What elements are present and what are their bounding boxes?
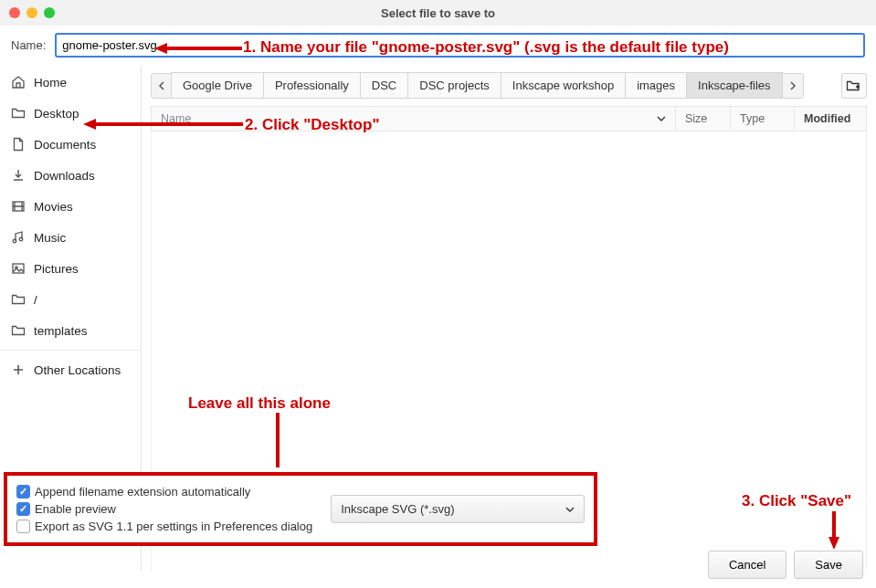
column-headers: Name Size Type Modified (151, 106, 867, 131)
sidebar-item-label: Documents (34, 138, 96, 152)
breadcrumbs: Google Drive Professionally DSC DSC proj… (172, 72, 783, 99)
breadcrumb[interactable]: images (625, 72, 687, 99)
sidebar-item-label: Downloads (34, 169, 95, 183)
new-folder-icon (846, 79, 862, 93)
option-row: Enable preview (16, 502, 312, 516)
option-label: Export as SVG 1.1 per settings in Prefer… (35, 520, 312, 533)
svg-rect-3 (13, 264, 24, 273)
breadcrumb[interactable]: Professionally (263, 72, 361, 99)
folder-icon (11, 106, 26, 121)
dropdown-value: Inkscape SVG (*.svg) (341, 502, 454, 516)
column-label: Name (161, 112, 191, 125)
sidebar-item-home[interactable]: Home (0, 67, 141, 98)
sidebar-item-label: Other Locations (34, 363, 121, 377)
chevron-down-icon (565, 507, 575, 512)
option-label: Enable preview (35, 502, 116, 516)
sidebar-item-pictures[interactable]: Pictures (0, 253, 141, 284)
divider (0, 350, 141, 351)
plus-icon (11, 362, 26, 377)
sidebar-item-movies[interactable]: Movies (0, 191, 141, 222)
sidebar-item-label: Home (34, 76, 67, 89)
breadcrumb[interactable]: DSC (360, 72, 408, 99)
sidebar-item-label: Desktop (34, 107, 79, 121)
svg-point-1 (13, 239, 16, 243)
breadcrumb[interactable]: Google Drive (171, 72, 264, 99)
option-row: Append filename extension automatically (16, 485, 312, 499)
chevron-right-icon (789, 81, 797, 90)
enable-preview-checkbox[interactable] (16, 502, 30, 516)
sidebar-item-other-locations[interactable]: Other Locations (0, 354, 141, 385)
sidebar-item-documents[interactable]: Documents (0, 129, 141, 160)
sidebar-item-label: Movies (34, 200, 73, 214)
sidebar-item-templates[interactable]: templates (0, 315, 141, 346)
sort-down-icon (657, 116, 666, 121)
breadcrumb[interactable]: Inkscape-files (686, 72, 782, 99)
breadcrumb-back-button[interactable] (151, 73, 173, 99)
window-title: Select file to save to (0, 6, 876, 20)
file-format-dropdown[interactable]: Inkscape SVG (*.svg) (331, 495, 585, 523)
home-icon (11, 75, 26, 89)
column-header-size[interactable]: Size (675, 106, 730, 131)
movie-icon (11, 199, 26, 214)
sidebar-item-label: Pictures (34, 262, 79, 276)
filename-input[interactable] (55, 33, 865, 58)
breadcrumb[interactable]: DSC projects (407, 72, 501, 99)
download-icon (11, 168, 26, 183)
options-area: Append filename extension automatically … (4, 472, 597, 546)
sidebar-item-label: / (34, 293, 37, 307)
sidebar-item-label: Music (34, 231, 66, 245)
name-row: Name: (0, 26, 876, 67)
column-header-modified[interactable]: Modified (794, 106, 867, 131)
breadcrumb[interactable]: Inkscape workshop (501, 72, 626, 99)
name-label: Name: (11, 38, 46, 52)
sidebar-item-desktop[interactable]: Desktop (0, 98, 141, 129)
append-extension-checkbox[interactable] (16, 485, 30, 499)
options-checkboxes: Append filename extension automatically … (16, 485, 312, 533)
sidebar-item-music[interactable]: Music (0, 222, 141, 253)
folder-icon (11, 292, 26, 307)
breadcrumb-forward-button[interactable] (782, 73, 804, 99)
titlebar: Select file to save to (0, 0, 876, 26)
chevron-left-icon (158, 81, 165, 90)
option-label: Append filename extension automatically (35, 485, 250, 499)
folder-icon (11, 323, 26, 338)
sidebar-item-root[interactable]: / (0, 284, 141, 315)
save-button[interactable]: Save (794, 551, 863, 579)
music-icon (11, 230, 26, 245)
export-svg11-checkbox[interactable] (16, 520, 30, 533)
breadcrumb-bar: Google Drive Professionally DSC DSC proj… (142, 67, 876, 99)
document-icon (11, 137, 26, 152)
picture-icon (11, 261, 26, 276)
option-row: Export as SVG 1.1 per settings in Prefer… (16, 520, 312, 533)
sidebar-item-label: templates (34, 324, 88, 338)
new-folder-button[interactable] (841, 73, 867, 99)
cancel-button[interactable]: Cancel (708, 551, 786, 579)
sidebar-item-downloads[interactable]: Downloads (0, 160, 141, 191)
column-header-name[interactable]: Name (151, 106, 675, 131)
footer-buttons: Cancel Save (708, 551, 863, 579)
svg-point-2 (19, 237, 23, 241)
column-header-type[interactable]: Type (730, 106, 794, 131)
